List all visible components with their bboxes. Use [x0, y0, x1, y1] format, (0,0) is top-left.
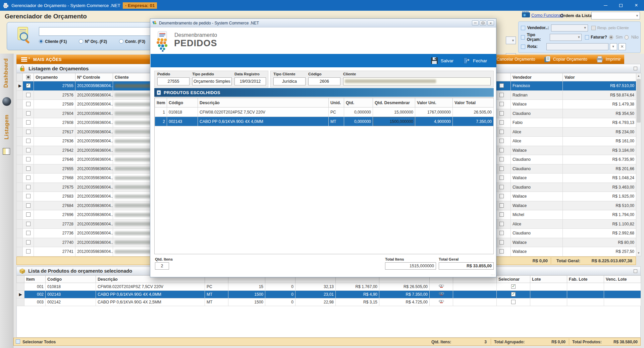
lote-cell[interactable]	[530, 291, 567, 298]
fab-lote-cell[interactable]	[567, 283, 604, 291]
fechar-button[interactable]: Fechar	[463, 57, 487, 64]
row-select-cell[interactable]	[23, 109, 34, 118]
produto-row[interactable]: ▶002002143CABO PP 0,6/1KVA 90G 4X 4,0MMM…	[17, 291, 641, 298]
rota-checkbox[interactable]	[521, 45, 525, 49]
selecionar-cell[interactable]	[497, 298, 530, 306]
data-registro-value[interactable]: 19/03/2012	[234, 77, 266, 85]
chain-cell[interactable]	[430, 283, 453, 291]
flag-checkbox[interactable]	[499, 203, 504, 208]
row-select-cell[interactable]	[23, 81, 34, 91]
row-select-cell[interactable]	[23, 164, 34, 173]
dialog-maximize-button[interactable]	[480, 20, 486, 25]
flag-checkbox[interactable]	[499, 130, 504, 134]
flag-checkbox[interactable]	[499, 157, 504, 161]
flag-checkbox[interactable]	[499, 93, 504, 97]
col-item[interactable]: Item	[155, 98, 167, 108]
selecionar-todos-checkbox[interactable]	[16, 339, 20, 344]
imprimir-button[interactable]: Imprimir	[596, 56, 621, 63]
row-checkbox[interactable]	[26, 157, 31, 161]
row-checkbox[interactable]	[26, 102, 31, 106]
row-select-cell[interactable]	[23, 183, 34, 192]
row-checkbox[interactable]	[26, 120, 31, 125]
row-checkbox[interactable]	[26, 166, 31, 171]
flag-checkbox[interactable]	[499, 148, 504, 152]
col-codigo[interactable]: Codigo	[46, 276, 96, 283]
produto-row[interactable]: 001010818CFW08.0220T2024PSZ 7,5CV 220VPC…	[17, 283, 641, 291]
modal-product-row[interactable]: 1010818CFW08.0220T2024PSZ 7,5CV 220VPC0,…	[155, 108, 494, 117]
venc-lote-cell[interactable]	[604, 283, 641, 291]
col-fab-lote[interactable]: Fab. Lote	[567, 276, 604, 283]
row-checkbox[interactable]	[26, 222, 31, 226]
qtd-desmembrar-cell[interactable]: 15,000000	[373, 108, 415, 117]
vendedor-select[interactable]: ▼	[551, 24, 588, 31]
row-select-cell[interactable]	[23, 100, 34, 109]
collapse-panel-button[interactable]	[634, 269, 637, 273]
col-lote[interactable]: Lote	[530, 276, 567, 283]
flag-checkbox[interactable]	[499, 212, 504, 217]
rota-clear-button[interactable]: ✕	[619, 43, 626, 50]
faturar-checkbox[interactable]	[585, 35, 589, 40]
flag-checkbox[interactable]	[499, 240, 504, 245]
row-select-cell[interactable]	[23, 210, 34, 220]
selecionar-cell[interactable]	[497, 291, 530, 298]
close-button[interactable]: ×	[629, 0, 644, 11]
row-checkbox[interactable]	[26, 194, 31, 198]
flag-checkbox[interactable]	[499, 111, 504, 116]
copiar-orcamento-button[interactable]: Copiar Orçamento	[544, 56, 587, 63]
tipo-cliente-value[interactable]: Jurídica	[273, 77, 306, 85]
row-checkbox[interactable]	[26, 212, 31, 217]
row-checkbox[interactable]	[26, 185, 31, 189]
flag-checkbox[interactable]	[499, 194, 504, 198]
maximize-button[interactable]	[613, 0, 629, 11]
mais-acoes-button[interactable]: MAIS AÇÕES	[33, 57, 62, 62]
tab-listagem[interactable]: Listagem	[4, 115, 10, 139]
vendedor-checkbox[interactable]	[521, 26, 525, 30]
dialog-titlebar[interactable]: Desmembramento de pedido - System Commer…	[150, 19, 496, 27]
dialog-close-button[interactable]: ×	[487, 20, 494, 25]
flag-checkbox[interactable]	[499, 185, 504, 189]
col-qtd-desmembrar[interactable]: Qtd. Desmembrar	[373, 98, 415, 108]
chain-cell[interactable]	[430, 298, 453, 306]
produto-row[interactable]: 003002142CABO PP 0,6/1KVA 90G 4X 2,5MMMT…	[17, 298, 641, 306]
col-qtd[interactable]: Qtd.	[344, 98, 373, 108]
pedido-value[interactable]: 27555	[157, 77, 190, 85]
col-item[interactable]: Item	[24, 276, 46, 283]
row-select-cell[interactable]	[23, 127, 34, 137]
row-checkbox[interactable]	[26, 176, 31, 180]
row-select-cell[interactable]	[23, 146, 34, 155]
flag-checkbox[interactable]	[499, 102, 504, 106]
row-checkbox[interactable]	[26, 203, 31, 208]
orcamentos-scrollbar[interactable]: ▲ ▼	[636, 73, 641, 256]
tipo-orcam-select[interactable]: ▼	[550, 34, 582, 41]
venc-lote-cell[interactable]	[604, 291, 641, 298]
row-select-cell[interactable]	[23, 118, 34, 128]
col-valor-uni[interactable]: Valor Uni.	[415, 98, 453, 108]
row-checkbox[interactable]	[26, 111, 31, 116]
hidden-field-dropdown-1[interactable]: ▼	[506, 37, 516, 44]
selecionar-checkbox[interactable]	[511, 300, 516, 304]
video-help-icon[interactable]: i	[522, 11, 530, 17]
chain-cell[interactable]	[430, 291, 453, 298]
dialog-minimize-button[interactable]	[472, 20, 479, 25]
row-select-cell[interactable]	[23, 238, 34, 247]
flag-checkbox[interactable]	[499, 166, 504, 171]
flag-checkbox[interactable]	[499, 222, 504, 226]
flag-checkbox[interactable]	[499, 176, 504, 180]
faturar-sim-radio[interactable]	[609, 35, 613, 40]
fab-lote-cell[interactable]	[567, 291, 604, 298]
col-valor[interactable]: Valor	[563, 73, 636, 81]
listagem-grid-icon[interactable]	[3, 148, 10, 155]
col-vendedor[interactable]: Vendedor	[511, 73, 563, 81]
row-checkbox[interactable]	[26, 240, 31, 245]
radio-contr[interactable]: Contr. (F3)	[119, 39, 145, 44]
dashboard-sphere-icon[interactable]	[2, 97, 11, 106]
flag-checkbox[interactable]	[499, 231, 504, 235]
como-funciona-link[interactable]: Como Funciona?	[531, 13, 563, 18]
row-checkbox[interactable]	[26, 231, 31, 235]
col-venc-lote[interactable]: Venc. Lote	[604, 276, 641, 283]
flag-checkbox[interactable]	[499, 249, 504, 254]
modal-product-row[interactable]: 2002143CABO PP 0,6/1KVA 90G 4X 4,0MMMT0,…	[155, 117, 494, 126]
row-checkbox[interactable]	[26, 249, 31, 254]
col-codigo[interactable]: Código	[167, 98, 198, 108]
qtd-desmembrar-cell[interactable]: 1500,000000	[373, 117, 415, 126]
